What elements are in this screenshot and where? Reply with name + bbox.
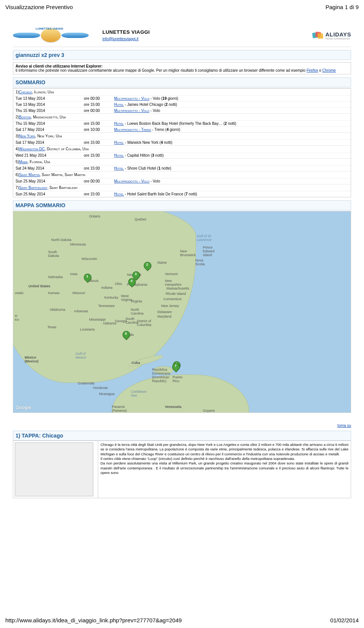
summary-item-row: Thu 15 May 2014ore 00:00Multiprodotto - … xyxy=(13,107,351,113)
summary-city-row: 5)Miami, Florida, Usa xyxy=(13,158,351,165)
product-link[interactable]: Hotel xyxy=(114,153,124,157)
summary-item-row: Tue 13 May 2014ore 00:00Multiprodotto - … xyxy=(13,95,351,101)
google-watermark: Google xyxy=(16,405,31,410)
tappa-title: 1) TAPPA: Chicago xyxy=(13,431,351,441)
map-label: Guatemala xyxy=(78,381,94,385)
summary-item-row: Sat 17 May 2014ore 10:00Multiprodotto - … xyxy=(13,126,351,132)
summary-item-row: Sat 24 May 2014ore 15:00Hotel - Shore Cl… xyxy=(13,165,351,171)
map-label: North Dakota xyxy=(51,238,71,242)
map-title: MAPPA SOMMARIO xyxy=(13,200,351,210)
map-label: Ohio xyxy=(115,282,122,286)
map-label: Missouri xyxy=(72,291,85,295)
map-pin[interactable]: 5 xyxy=(122,331,129,341)
city-link[interactable]: Washington DC xyxy=(19,147,45,151)
map-pin[interactable]: 2 xyxy=(144,262,151,272)
city-link[interactable]: Saint Barthelemy xyxy=(19,186,47,190)
map-label: District ofColumbia xyxy=(137,319,151,327)
map-label: Honduras xyxy=(93,386,108,390)
city-link[interactable]: New York xyxy=(19,134,35,138)
product-link[interactable]: Multiprodotto - Volo xyxy=(114,179,149,183)
map-label: PuertoRico xyxy=(173,375,183,383)
map-label: RepúblicaDominicana(DominicanRepublic) xyxy=(152,368,170,383)
map-label: Massachusetts xyxy=(166,286,189,290)
map-label: New Jersey xyxy=(161,304,179,308)
map-label: Virginia xyxy=(131,299,142,303)
map-pin[interactable]: 1 xyxy=(84,274,91,283)
sommario-title: SOMMARIO xyxy=(13,77,351,87)
summary-item-row: Sun 25 May 2014ore 15:00Hotel - Hotel Sa… xyxy=(13,191,351,197)
map-label: Tennessee xyxy=(98,304,115,308)
map-label: Connecticut xyxy=(163,297,182,301)
map-label: Minnesota xyxy=(70,242,86,246)
map-label: Nicaragua xyxy=(99,392,115,396)
summary-city-row: 6)Saint Martin, Saint Martin, Saint Mart… xyxy=(13,171,351,178)
logo-bar: LUNETTES VIAGGI LUNETTES VIAGGI info@lun… xyxy=(13,25,351,47)
summary-city-row: 3)New York, New York, Usa xyxy=(13,132,351,139)
map-label: Indiana xyxy=(101,286,113,290)
map-label: United States xyxy=(28,284,50,288)
summary-item-row: Sun 25 May 2014ore 00:00Multiprodotto - … xyxy=(13,178,351,184)
map-label: Alabama xyxy=(103,321,116,325)
summary-city-row: 4)Washington DC, District of Columbia, U… xyxy=(13,145,351,152)
map-label: Vermont xyxy=(165,272,178,276)
map-label: Nebraska xyxy=(48,275,63,279)
map-water-label: Gulf ofMexico xyxy=(75,352,86,359)
product-link[interactable]: Hotel xyxy=(114,192,124,196)
map-water-label: Gulf of StLawrence xyxy=(197,234,212,242)
map-label: Cuba xyxy=(132,361,140,365)
city-link[interactable]: Miami xyxy=(19,160,28,164)
map-label: Louisiana xyxy=(80,327,95,331)
product-link[interactable]: Hotel xyxy=(114,121,124,126)
alidays-logo: ALIDAYS TRAVEL EXPERIENCES xyxy=(294,29,351,42)
tappa-image-placeholder xyxy=(15,442,93,496)
map-pin[interactable]: 4 xyxy=(128,278,135,288)
product-link[interactable]: Multiprodotto - Volo xyxy=(114,109,149,113)
firefox-link[interactable]: Firefox xyxy=(306,68,318,72)
tappa-body: Chicago è la terza città degli Stati Uni… xyxy=(98,441,351,498)
summary-item-row: Thu 15 May 2014ore 15:00Hotel - Loews Bo… xyxy=(13,120,351,126)
map-label: NewBrunswick xyxy=(180,249,196,257)
summary-city-row: 2)Boston, Massachusetts, Usa xyxy=(13,113,351,120)
product-link[interactable]: Multiprodotto - Treno xyxy=(114,127,151,132)
map-pin[interactable]: 7 xyxy=(172,363,179,373)
product-link[interactable]: Hotel xyxy=(114,166,124,170)
summary-city-row: 7)Saint Barthelemy, Saint Barthelemy xyxy=(13,184,351,191)
map-label: PrinceEdwardIsland xyxy=(203,246,215,257)
tappa-box: Chicago è la terza città degli Stati Uni… xyxy=(13,441,351,498)
summary-item-row: Wed 21 May 2014ore 15:00Hotel - Capital … xyxy=(13,152,351,158)
city-link[interactable]: Boston xyxy=(19,115,31,119)
brand-email[interactable]: info@lunettesviaggi.it xyxy=(102,37,138,41)
map-label: Rhode Island xyxy=(166,292,186,296)
brand-name: LUNETTES VIAGGI xyxy=(102,29,281,35)
map-label: Maryland xyxy=(157,315,171,318)
summary-city-row: 1)Chicago, Illinois, Usa xyxy=(13,88,351,95)
map-label: NovaScotia xyxy=(195,258,205,266)
map-label: Guyane(French Guiana) xyxy=(203,409,228,413)
map-label: NorthCarolina xyxy=(131,308,144,315)
doc-title: Visualizzazione Preventivo xyxy=(5,4,73,10)
city-link[interactable]: Chicago xyxy=(19,90,32,94)
map-label: Wisconsin xyxy=(82,257,97,261)
page-indicator: Pagina 1 di 9 xyxy=(325,4,359,10)
map-label: Ontario xyxy=(89,214,100,218)
summary-map[interactable]: OntarioQuebecNorth DakotaSouthDakotaMinn… xyxy=(13,211,351,413)
map-label: orado xyxy=(15,291,24,295)
map-label: Iowa xyxy=(70,272,77,276)
lunettes-logo: LUNETTES VIAGGI xyxy=(13,27,89,44)
map-label: Delaware xyxy=(157,310,172,314)
browser-warning: Avviso ai clienti che utilizzano Interne… xyxy=(13,62,351,74)
quote-title: giannuzzi x2 prev 3 xyxy=(13,50,351,60)
product-link[interactable]: Multiprodotto - Volo xyxy=(114,96,149,101)
summary-item-row: Sat 17 May 2014ore 15:00Hotel - Warwick … xyxy=(13,139,351,145)
map-label: Panamá(Panama) xyxy=(112,405,127,412)
map-label: México(Mexico) xyxy=(25,356,39,363)
product-link[interactable]: Hotel xyxy=(114,102,124,107)
chrome-link[interactable]: Chrome xyxy=(322,68,336,72)
summary-table: 1)Chicago, Illinois, UsaTue 13 May 2014o… xyxy=(13,88,351,197)
back-to-top-link[interactable]: torna su xyxy=(337,423,351,428)
map-label: Oklahoma xyxy=(50,308,65,312)
map-label: Kentucky xyxy=(104,296,118,299)
city-link[interactable]: Saint Martin xyxy=(19,173,40,177)
product-link[interactable]: Hotel xyxy=(114,140,124,145)
map-label: Texas xyxy=(47,325,56,329)
